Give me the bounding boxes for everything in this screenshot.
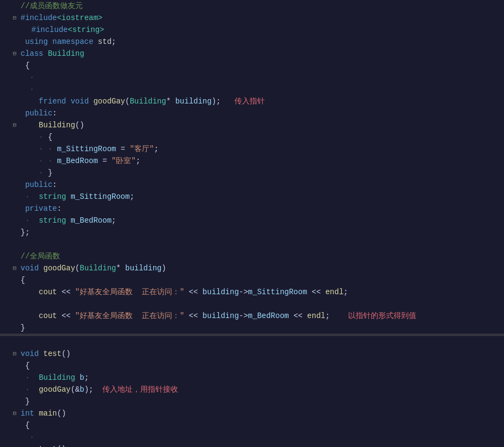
line-gutter xyxy=(0,298,11,299)
code-text: { xyxy=(18,60,504,72)
code-line: { xyxy=(0,419,504,431)
code-text xyxy=(18,298,504,310)
code-text: · · m_SittingRoom = "客厅"; xyxy=(18,143,504,155)
code-text: #include<string> xyxy=(18,24,504,36)
code-line: { xyxy=(0,274,504,286)
line-gutter xyxy=(0,60,11,61)
code-text: test(); xyxy=(18,443,504,447)
line-gutter xyxy=(0,191,11,192)
line-gutter xyxy=(0,286,11,287)
code-text: cout << "好基友全局函数 正在访问：" << building->m_S… xyxy=(18,286,504,298)
fold-icon: ⊟ xyxy=(11,348,18,360)
line-gutter xyxy=(0,348,11,349)
code-line: public: xyxy=(0,107,504,119)
code-text: · xyxy=(18,72,504,83)
code-text: cout << "好基友全局函数 正在访问：" << building->m_B… xyxy=(18,310,504,322)
line-gutter xyxy=(0,203,11,204)
code-text: · { xyxy=(18,131,504,143)
code-text: //成员函数做友元 xyxy=(18,0,504,12)
code-text: void test() xyxy=(18,348,504,360)
code-text: int main() xyxy=(18,407,504,419)
code-line: ⊟ int main() xyxy=(0,407,504,419)
code-line: · · m_SittingRoom = "客厅"; xyxy=(0,143,504,155)
code-text: · string m_SittingRoom; xyxy=(18,191,504,203)
line-gutter xyxy=(0,262,11,263)
code-text: void goodGay(Building* building) xyxy=(18,262,504,274)
fold-icon: ⊟ xyxy=(11,48,18,60)
code-line: · · m_BedRoom = "卧室"; xyxy=(0,155,504,167)
code-text xyxy=(18,238,504,250)
line-gutter xyxy=(0,72,11,73)
code-text: public: xyxy=(18,107,504,119)
code-line: } xyxy=(0,322,504,334)
code-line: · xyxy=(0,72,504,83)
line-gutter xyxy=(0,250,11,251)
code-text: · · m_BedRoom = "卧室"; xyxy=(18,155,504,167)
code-line: · string m_BedRoom; xyxy=(0,215,504,226)
code-line: friend void goodGay(Building* building);… xyxy=(0,95,504,107)
code-line xyxy=(0,238,504,250)
code-text: class Building xyxy=(18,48,504,60)
line-gutter xyxy=(0,396,11,397)
code-text: using namespace std; xyxy=(18,36,504,48)
line-gutter xyxy=(0,372,11,373)
line-gutter xyxy=(0,443,11,444)
code-line: cout << "好基友全局函数 正在访问：" << building->m_S… xyxy=(0,286,504,298)
line-gutter xyxy=(0,226,11,228)
line-gutter xyxy=(0,83,11,85)
code-line: ⊟ void test() xyxy=(0,348,504,360)
code-line: //全局函数 xyxy=(0,250,504,262)
line-gutter xyxy=(0,310,11,311)
code-line: ⊟ class Building xyxy=(0,48,504,60)
fold-icon: ⊟ xyxy=(11,12,18,24)
fold-icon: ⊟ xyxy=(11,407,18,419)
line-gutter xyxy=(0,119,11,120)
code-line: · { xyxy=(0,131,504,143)
code-line: ⊟ void goodGay(Building* building) xyxy=(0,262,504,274)
line-gutter xyxy=(0,131,11,132)
code-text: private: xyxy=(18,203,504,215)
annotation-pointer-value: 以指针的形式得到值 xyxy=(348,312,416,320)
code-line: test(); xyxy=(0,443,504,447)
line-gutter xyxy=(0,407,11,409)
code-text: · string m_BedRoom; xyxy=(18,215,504,226)
code-line: ⊟ Building() xyxy=(0,119,504,131)
line-gutter xyxy=(0,419,11,420)
code-text: friend void goodGay(Building* building);… xyxy=(18,95,504,107)
code-text: · Building b; xyxy=(18,372,504,384)
line-gutter xyxy=(0,0,11,1)
line-gutter xyxy=(0,360,11,361)
line-gutter xyxy=(0,143,11,144)
line-gutter xyxy=(0,384,11,385)
code-line: { xyxy=(0,60,504,72)
code-line: cout << "好基友全局函数 正在访问：" << building->m_B… xyxy=(0,310,504,322)
code-text: } xyxy=(18,322,504,334)
line-gutter xyxy=(0,274,11,275)
line-gutter xyxy=(0,107,11,108)
code-line: #include<string> xyxy=(0,24,504,36)
line-gutter xyxy=(0,12,11,13)
code-line: { xyxy=(0,360,504,372)
line-gutter xyxy=(0,179,11,180)
code-line: public: xyxy=(0,179,504,191)
code-text: public: xyxy=(18,179,504,191)
code-text: { xyxy=(18,419,504,431)
annotation-pointer: 传入指针 xyxy=(234,97,265,106)
code-line: private: xyxy=(0,203,504,215)
fold-icon: ⊟ xyxy=(11,262,18,274)
code-text: · } xyxy=(18,167,504,179)
annotation-address: 传入地址，用指针接收 xyxy=(102,385,178,394)
code-text: { xyxy=(18,360,504,372)
code-line: · } xyxy=(0,167,504,179)
code-line: · string m_SittingRoom; xyxy=(0,191,504,203)
code-line xyxy=(0,298,504,310)
line-gutter xyxy=(0,431,11,432)
code-text: }; xyxy=(18,226,504,238)
code-line: ⊟ #include<iostream> xyxy=(0,12,504,24)
line-gutter xyxy=(0,167,11,168)
code-text: Building() xyxy=(18,119,504,131)
code-text: //全局函数 xyxy=(18,250,504,262)
code-text: #include<iostream> xyxy=(18,12,504,24)
code-line: }; xyxy=(0,226,504,238)
code-line: · xyxy=(0,83,504,95)
